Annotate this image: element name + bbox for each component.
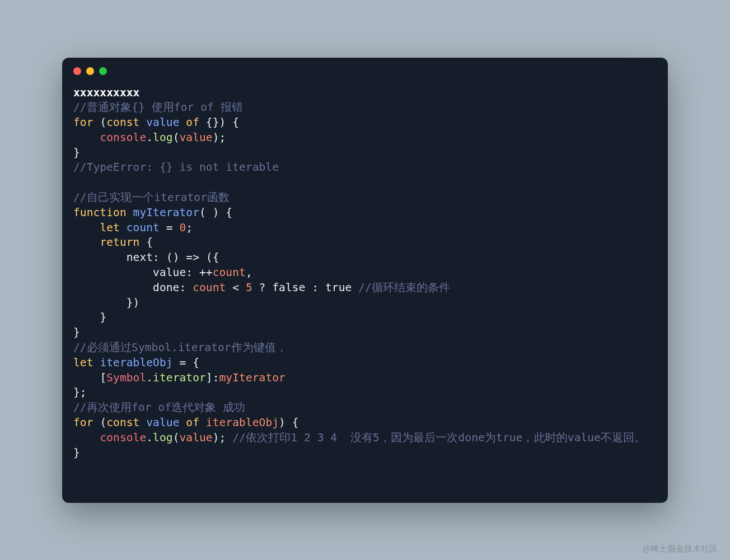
var-name: iterableObj: [100, 356, 172, 369]
code-block: xxxxxxxxxx //普通对象{} 使用for of 报错 for (con…: [62, 85, 668, 472]
var-value: value: [179, 431, 212, 444]
code-text: xxxxxxxxxx: [73, 86, 139, 99]
watermark-text: @稀土掘金技术社区: [642, 544, 718, 554]
var-obj: iterableObj: [206, 416, 279, 429]
prop-next: next: [127, 251, 153, 264]
kw-function: function: [73, 206, 127, 219]
zoom-icon[interactable]: [99, 67, 107, 75]
kw-let: let: [73, 356, 93, 369]
code-comment: //再次使用for of迭代对象 成功: [73, 401, 246, 414]
fn-name: myIterator: [133, 206, 199, 219]
num-zero: 0: [179, 221, 186, 234]
obj-console: console: [100, 131, 146, 144]
kw-of: of: [186, 416, 199, 429]
kw-for: for: [73, 416, 93, 429]
prop-iterator: iterator: [153, 371, 206, 384]
fn-log: log: [153, 431, 173, 444]
code-window: xxxxxxxxxx //普通对象{} 使用for of 报错 for (con…: [62, 58, 668, 503]
obj-symbol: Symbol: [106, 371, 146, 384]
code-comment: //普通对象{} 使用for of 报错: [73, 101, 243, 114]
var-value: value: [179, 131, 212, 144]
prop-done: done: [153, 281, 179, 294]
kw-return: return: [100, 236, 139, 249]
minimize-icon[interactable]: [86, 67, 94, 75]
code-comment: //TypeError: {} is not iterable: [73, 161, 279, 174]
prop-value: value: [153, 266, 186, 279]
bool-false: false: [272, 281, 305, 294]
close-icon[interactable]: [73, 67, 81, 75]
bool-true: true: [325, 281, 352, 294]
code-comment: //自己实现一个iterator函数: [73, 191, 230, 204]
var-count: count: [193, 281, 226, 294]
fn-log: log: [153, 131, 173, 144]
var-count: count: [127, 221, 160, 234]
kw-of: of: [186, 116, 199, 129]
kw-let: let: [100, 221, 120, 234]
kw-const: const: [106, 416, 139, 429]
window-titlebar: [62, 58, 668, 85]
fn-myIterator: myIterator: [219, 371, 286, 384]
code-comment: //必须通过Symbol.iterator作为键值，: [73, 341, 287, 354]
var-count: count: [213, 266, 246, 279]
code-comment: //依次打印1 2 3 4 没有5，因为最后一次done为true，此时的val…: [232, 431, 645, 444]
obj-console: console: [100, 431, 146, 444]
var-value: value: [146, 416, 179, 429]
var-value: value: [146, 116, 179, 129]
kw-for: for: [73, 116, 93, 129]
num-five: 5: [246, 281, 252, 294]
code-comment: //循环结束的条件: [358, 281, 450, 294]
kw-const: const: [106, 116, 139, 129]
